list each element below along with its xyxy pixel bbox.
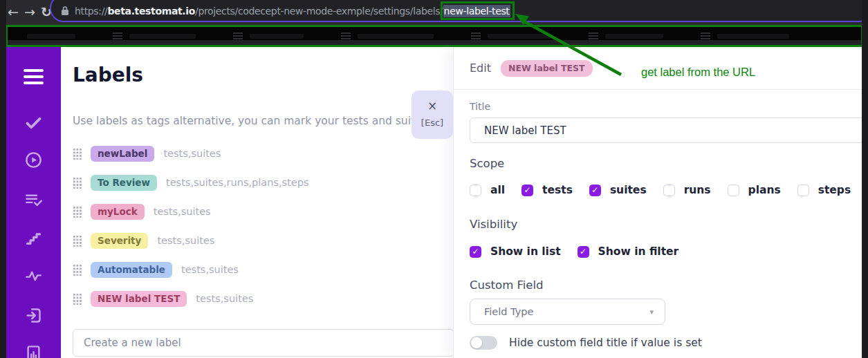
scope-checkbox-tests[interactable]: tests (521, 184, 573, 196)
exit-icon[interactable] (24, 306, 43, 325)
checkbox-label: all (490, 184, 505, 196)
scope-checkbox-row: all tests suites runs plans steps (470, 184, 851, 196)
checkbox-icon[interactable] (728, 185, 739, 196)
checkbox-icon[interactable] (578, 246, 589, 258)
annotation-text: get label from the URL (641, 66, 755, 79)
stairs-icon[interactable] (24, 229, 43, 247)
label-row: Automatable tests,suites (73, 261, 308, 278)
label-badge[interactable]: Severity (91, 233, 148, 249)
pulse-icon[interactable] (24, 267, 43, 285)
title-input[interactable] (470, 117, 867, 143)
checkbox-label: Show in list (490, 245, 561, 258)
url-path: /projects/codecept-new-mode-exmple/setti… (195, 6, 440, 17)
field-type-select[interactable]: Field Type ▾ (470, 299, 665, 325)
title-field-label: Title (470, 101, 490, 112)
visibility-checkbox-show-in-filter[interactable]: Show in filter (578, 245, 679, 258)
checkbox-label: tests (542, 184, 573, 196)
label-row: To Review tests,suites,runs,plans,steps (73, 174, 308, 191)
labels-page: Labels Use labels as tags alternative, y… (61, 47, 453, 358)
create-label-input[interactable] (73, 329, 454, 357)
drag-handle-icon[interactable] (73, 206, 82, 218)
label-badge[interactable]: NEW label TEST (91, 291, 187, 307)
panel-heading: Edit (470, 62, 491, 75)
checkbox-icon[interactable] (470, 246, 481, 258)
label-row: newLabel tests,suites (73, 145, 308, 162)
custom-field-section-label: Custom Field (470, 279, 544, 292)
label-row: NEW label TEST tests,suites (73, 290, 308, 307)
label-badge[interactable]: myLock (91, 204, 145, 220)
lock-icon (61, 6, 69, 16)
visibility-checkbox-row: Show in list Show in filter (470, 245, 678, 258)
drag-handle-icon[interactable] (73, 293, 82, 305)
drag-handle-icon[interactable] (73, 177, 82, 189)
checkbox-icon[interactable] (589, 185, 601, 196)
checkbox-label: steps (818, 184, 851, 196)
scope-checkbox-runs[interactable]: runs (663, 184, 711, 196)
field-type-value: Field Type (484, 306, 649, 317)
scope-section-label: Scope (470, 157, 504, 170)
drag-handle-icon[interactable] (73, 235, 82, 247)
label-scope: tests,suites (157, 235, 214, 246)
menu-icon[interactable] (24, 69, 44, 88)
label-scope: tests,suites,runs,plans,steps (166, 177, 308, 188)
edit-label-panel: Edit NEW label TEST Title Scope all test… (453, 47, 868, 358)
page-title: Labels (73, 64, 143, 86)
url-separator: / (440, 6, 443, 17)
scope-checkbox-all[interactable]: all (470, 184, 505, 196)
check-icon[interactable] (24, 113, 43, 132)
redacted-menu-bar (6, 25, 863, 47)
list-check-icon[interactable] (24, 191, 43, 209)
edit-label-badge: NEW label TEST (501, 60, 593, 77)
label-scope: tests,suites (181, 264, 239, 275)
drag-handle-icon[interactable] (73, 148, 82, 160)
window-edge-left (0, 0, 6, 358)
checkbox-icon[interactable] (797, 185, 809, 196)
scope-checkbox-suites[interactable]: suites (589, 184, 647, 196)
url-text: https://beta.testomat.io/projects/codece… (75, 6, 510, 17)
hide-title-toggle-row: Hide custom field title if value is set (470, 336, 702, 350)
checkbox-icon[interactable] (521, 185, 533, 196)
url-selected-segment: new-label-test (443, 5, 510, 17)
window-edge-right (862, 0, 868, 358)
drag-handle-icon[interactable] (73, 264, 82, 276)
label-badge[interactable]: newLabel (91, 146, 154, 162)
browser-toolbar: ← → ↻ https://beta.testomat.io/projects/… (0, 0, 868, 25)
checkbox-label: suites (610, 184, 647, 196)
bar-chart-icon[interactable] (24, 344, 43, 358)
url-domain: beta.testomat.io (107, 6, 195, 17)
visibility-checkbox-show-in-list[interactable]: Show in list (470, 245, 561, 258)
label-scope: tests,suites (163, 148, 221, 159)
label-row: Severity tests,suites (73, 232, 308, 249)
url-scheme: https:// (75, 6, 107, 17)
label-badge[interactable]: To Review (91, 175, 157, 191)
label-list: newLabel tests,suites To Review tests,su… (73, 145, 308, 319)
forward-icon[interactable]: → (21, 3, 39, 21)
url-bar[interactable]: https://beta.testomat.io/projects/codece… (50, 0, 868, 22)
checkbox-label: runs (684, 184, 711, 196)
play-circle-icon[interactable] (24, 151, 43, 169)
checkbox-label: Show in filter (598, 245, 679, 258)
label-badge[interactable]: Automatable (91, 262, 172, 278)
hide-title-toggle[interactable] (470, 336, 497, 350)
checkbox-label: plans (748, 184, 781, 196)
close-drawer-button[interactable]: × [Esc] (412, 91, 453, 139)
label-scope: tests,suites (154, 206, 211, 217)
label-row: myLock tests,suites (73, 203, 308, 220)
checkbox-icon[interactable] (663, 185, 675, 196)
chevron-down-icon: ▾ (649, 308, 654, 317)
back-icon[interactable]: ← (4, 3, 22, 21)
esc-key-hint: [Esc] (412, 117, 453, 128)
label-scope: tests,suites (196, 293, 253, 304)
app-sidebar (6, 47, 61, 358)
close-icon: × (412, 100, 453, 112)
checkbox-icon[interactable] (470, 185, 481, 196)
scope-checkbox-plans[interactable]: plans (728, 184, 781, 196)
toggle-label: Hide custom field title if value is set (509, 337, 702, 349)
scope-checkbox-steps[interactable]: steps (797, 184, 851, 196)
visibility-section-label: Visibility (470, 218, 517, 231)
